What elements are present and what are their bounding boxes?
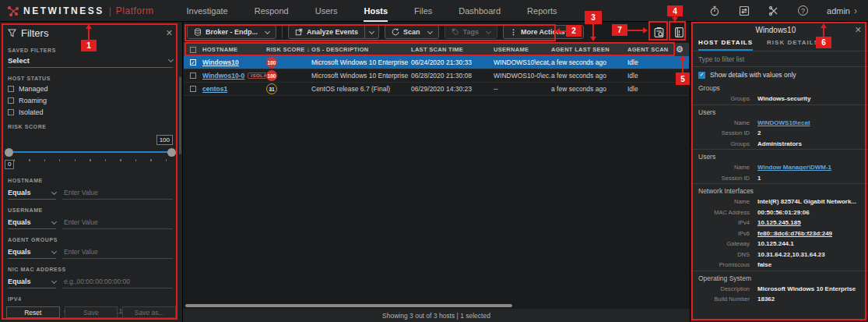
slider-handle-min[interactable] — [5, 148, 13, 157]
checkbox-roaming[interactable] — [8, 97, 14, 104]
checkbox-managed[interactable] — [8, 86, 14, 92]
last-scan-cell: 06/28/2020 21:30:08 — [411, 72, 494, 80]
row-checkbox[interactable] — [190, 73, 196, 79]
column-username[interactable]: USERNAME — [494, 46, 551, 53]
column-os-description[interactable]: OS - DESCRIPTION — [311, 46, 411, 53]
horizontal-scrollbar[interactable] — [185, 304, 512, 307]
select-all-checkbox[interactable] — [190, 47, 196, 53]
table-row[interactable]: Windwos10-0 ISOLATED 100 Microsoft Windo… — [184, 69, 689, 83]
column-agent-last-seen[interactable]: AGENT LAST SEEN — [551, 46, 627, 53]
close-icon[interactable]: ✕ — [855, 25, 862, 35]
user-name-link[interactable]: WINDOWS10\ecat — [757, 119, 868, 126]
nic-mac-input[interactable] — [62, 275, 173, 288]
annotation-label-5: 5 — [676, 73, 690, 85]
filters-panel: Filters ✕ SAVED FILTERS Select HOST STAT… — [0, 22, 183, 322]
tab-risk-details[interactable]: RISK DETAILS — [767, 39, 819, 51]
reset-button[interactable]: Reset — [6, 306, 60, 318]
hostname-input[interactable] — [62, 186, 173, 200]
sort-desc-icon: ↓ — [307, 46, 310, 53]
nav-item-respond[interactable]: Respond — [255, 0, 289, 22]
risk-score-slider[interactable]: 100 0 — [8, 147, 173, 170]
annotation-label-6: 6 — [816, 37, 831, 48]
values-only-toggle[interactable]: ✓ Show details with values only — [691, 67, 868, 81]
nav-item-investigate[interactable]: Investigate — [186, 0, 227, 22]
tags-button[interactable]: Tags — [445, 25, 497, 39]
column-settings-gear-icon[interactable]: ⚙ — [670, 44, 689, 55]
brand-logo[interactable]: NETWITNESS | Platform — [0, 5, 164, 16]
field-value: 2 — [757, 129, 868, 136]
details-filter-input[interactable]: Type to filter list — [691, 51, 868, 67]
toolbar-divider — [282, 26, 283, 38]
analyze-events-dropdown[interactable] — [365, 25, 379, 39]
hostname-operator-select[interactable]: Equals — [8, 186, 56, 200]
field-label: IPv6 — [691, 230, 757, 237]
saved-filters-select[interactable]: Select — [8, 53, 173, 68]
jobs-stopwatch-icon[interactable] — [709, 5, 720, 16]
section-title: Users — [691, 107, 868, 118]
username-operator-select[interactable]: Equals — [8, 216, 56, 229]
nav-item-files[interactable]: Files — [414, 0, 432, 22]
column-risk-score[interactable]: RISK SCORE ↓ — [266, 46, 311, 53]
host-status-isolated[interactable]: Isolated — [8, 108, 173, 116]
field-value: Microsoft Windows 10 Enterprise — [757, 285, 868, 292]
host-status-roaming[interactable]: Roaming — [8, 97, 173, 104]
risk-score-badge: 31 — [266, 83, 277, 94]
field-label: Gateway — [691, 240, 757, 247]
slider-handle-max[interactable] — [167, 148, 176, 157]
table-row[interactable]: ✓ Windows10 100 Microsoft Windows 10 Ent… — [184, 56, 689, 69]
help-icon[interactable]: ? — [798, 5, 808, 16]
external-link-icon — [295, 28, 303, 36]
hostname-link[interactable]: centos1 — [202, 85, 227, 93]
policy-details-icon[interactable] — [651, 24, 666, 40]
username-cell: -- — [494, 85, 551, 93]
user-name-link[interactable]: Window Manager\DWM-1 — [757, 164, 868, 171]
host-manifest-icon[interactable] — [671, 24, 687, 40]
settings-sliders-icon[interactable] — [739, 5, 750, 16]
host-status-managed[interactable]: Managed — [8, 85, 173, 93]
row-checkbox-checked[interactable]: ✓ — [190, 59, 196, 65]
save-button[interactable]: Save — [65, 306, 118, 318]
footer-status-text: Showing 3 out of 3 hosts | 1 selected — [382, 312, 490, 320]
close-icon[interactable]: ✕ — [166, 28, 173, 38]
os-cell: Microsoft Windows 10 Enterprise — [311, 72, 411, 80]
save-as-button[interactable]: Save as... — [122, 306, 176, 318]
column-agent-scan-status[interactable]: AGENT SCAN STA — [627, 46, 670, 53]
column-hostname[interactable]: HOSTNAME — [202, 46, 266, 53]
agent-last-seen-cell: a few seconds ago — [551, 85, 627, 93]
analyze-events-button[interactable]: Analyze Events — [288, 25, 365, 39]
analyze-events-label: Analyze Events — [307, 28, 358, 36]
filters-scrollbar[interactable] — [179, 76, 181, 154]
agent-groups-operator-select[interactable]: Equals — [8, 246, 56, 259]
chevron-down-icon — [168, 57, 174, 62]
brand-product: Platform — [116, 5, 154, 16]
nav-item-reports[interactable]: Reports — [527, 0, 557, 22]
tab-host-details[interactable]: HOST DETAILS — [698, 39, 753, 51]
checkbox-isolated[interactable] — [8, 109, 14, 115]
isolated-label: Isolated — [19, 108, 44, 116]
service-selector-button[interactable]: Broker - Endp... — [187, 25, 276, 39]
hostname-link[interactable]: Windwos10-0 — [202, 72, 244, 80]
nic-mac-operator-select[interactable]: Equals — [8, 275, 56, 288]
hostname-link[interactable]: Windows10 — [202, 58, 239, 66]
field-value: 10.31.64.22,10.31.64.23 — [757, 251, 868, 258]
username-input[interactable] — [62, 216, 173, 229]
checkbox-checked-icon[interactable]: ✓ — [698, 72, 705, 79]
column-last-scan-time[interactable]: LAST SCAN TIME — [411, 46, 494, 53]
scan-button[interactable]: Scan — [385, 25, 439, 39]
ipv4-value-link[interactable]: 10.125.245.185 — [757, 219, 868, 226]
hostname-operator-value: Equals — [8, 189, 31, 196]
risk-score-label: RISK SCORE — [8, 124, 173, 129]
admin-tools-icon[interactable] — [768, 5, 779, 16]
table-row[interactable]: centos1 31 CentOS release 6.7 (Final) 06… — [184, 83, 689, 96]
chevron-down-icon — [265, 28, 270, 34]
database-icon — [194, 28, 202, 36]
row-checkbox[interactable] — [190, 86, 196, 92]
nav-item-users[interactable]: Users — [315, 0, 338, 22]
ipv6-value-link[interactable]: fe80::8dc6:d76b:f23d:249 — [757, 230, 868, 237]
nav-item-dashboard[interactable]: Dashboard — [459, 0, 501, 22]
agent-groups-input[interactable] — [62, 246, 173, 259]
user-menu[interactable]: admin › — [827, 5, 857, 16]
slider-track[interactable] — [8, 151, 173, 153]
table-header: HOSTNAME RISK SCORE ↓ OS - DESCRIPTION L… — [184, 43, 689, 56]
nav-item-hosts[interactable]: Hosts — [364, 0, 388, 22]
